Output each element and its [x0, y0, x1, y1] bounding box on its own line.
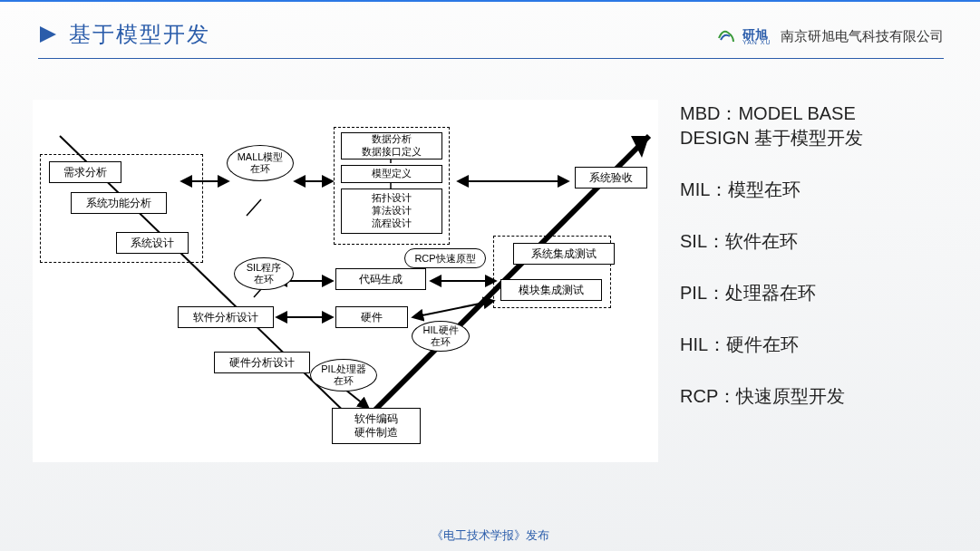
svg-line-10: [413, 301, 493, 317]
brand-block: 研旭 YAN XU 南京研旭电气科技有限公司: [715, 25, 944, 47]
slide: 基于模型开发 研旭 YAN XU 南京研旭电气科技有限公司 MBD：MODEL …: [0, 0, 980, 551]
legend-mil: MIL：模型在环: [680, 178, 952, 202]
label-sysfunc: 系统功能分析: [86, 197, 151, 210]
label-systest: 系统集成测试: [531, 247, 597, 261]
v-model-diagram: 需求分析 系统功能分析 系统设计 软件分析设计 硬件分析设计 软件编码 硬件制造…: [33, 100, 658, 462]
header-rule: [38, 58, 944, 59]
label-hwdesign: 硬件分析设计: [229, 356, 295, 370]
box-systest: 系统集成测试: [513, 243, 615, 265]
box-data-analysis: 数据分析 数据接口定义: [341, 132, 442, 160]
legend-mbd-line2: DESIGN 基于模型开发: [680, 126, 952, 150]
label-model-def: 模型定义: [372, 168, 412, 180]
box-sysdesign: 系统设计: [116, 232, 189, 254]
svg-marker-0: [40, 26, 56, 43]
legend-pil: PIL：处理器在环: [680, 281, 952, 305]
label-topo: 拓扑设计 算法设计 流程设计: [372, 192, 412, 229]
legend-rcp: RCP：快速原型开发: [680, 384, 952, 409]
label-modtest: 模块集成测试: [519, 284, 584, 297]
label-hil: HIL硬件 在环: [422, 324, 458, 347]
box-hwdesign: 硬件分析设计: [214, 352, 310, 373]
bubble-pil: PIL处理器 在环: [310, 359, 377, 392]
label-accept: 系统验收: [589, 171, 633, 185]
box-sysfunc: 系统功能分析: [71, 192, 167, 214]
header: 基于模型开发 研旭 YAN XU 南京研旭电气科技有限公司: [38, 20, 944, 56]
legend-mbd: MBD：MODEL BASE DESIGN 基于模型开发: [680, 102, 952, 150]
bubble-mall: MALL模型 在环: [227, 145, 294, 181]
box-topo: 拓扑设计 算法设计 流程设计: [341, 188, 442, 234]
label-req: 需求分析: [63, 166, 107, 179]
label-coding: 软件编码 硬件制造: [354, 412, 398, 440]
brand-text: 研旭 YAN XU: [742, 28, 773, 45]
label-codegen: 代码生成: [359, 273, 403, 286]
label-data-analysis: 数据分析 数据接口定义: [362, 133, 422, 159]
label-sil: SIL程序 在环: [247, 262, 282, 285]
bubble-sil: SIL程序 在环: [234, 257, 294, 290]
label-mall: MALL模型 在环: [238, 151, 284, 174]
box-codegen: 代码生成: [335, 268, 426, 290]
legend-hil: HIL：硬件在环: [680, 333, 952, 357]
bubble-hil: HIL硬件 在环: [412, 321, 470, 352]
bubble-rcp: RCP快速原型: [404, 248, 486, 268]
brand-en: YAN XU: [742, 39, 773, 45]
label-swdesign: 软件分析设计: [193, 311, 258, 324]
box-accept: 系统验收: [575, 167, 647, 188]
footer: 《电工技术学报》发布: [0, 527, 980, 544]
brand-logo-icon: [715, 25, 737, 47]
box-hw: 硬件: [335, 306, 408, 328]
box-coding: 软件编码 硬件制造: [332, 408, 421, 444]
box-req: 需求分析: [49, 161, 121, 183]
box-swdesign: 软件分析设计: [178, 306, 274, 328]
legend-mbd-line1: MBD：MODEL BASE: [680, 102, 952, 126]
title-bullet-icon: [38, 24, 58, 44]
label-pil: PIL处理器 在环: [321, 363, 366, 386]
legend-sil: SIL：软件在环: [680, 229, 952, 254]
label-rcp: RCP快速原型: [414, 253, 475, 265]
label-sysdesign: 系统设计: [131, 237, 174, 250]
slide-title: 基于模型开发: [69, 20, 210, 49]
legend: MBD：MODEL BASE DESIGN 基于模型开发 MIL：模型在环 SI…: [680, 102, 952, 436]
box-modtest: 模块集成测试: [500, 279, 602, 301]
company-name: 南京研旭电气科技有限公司: [781, 28, 944, 45]
label-hw: 硬件: [361, 311, 383, 324]
svg-line-14: [247, 199, 261, 216]
box-model-def: 模型定义: [341, 165, 442, 183]
